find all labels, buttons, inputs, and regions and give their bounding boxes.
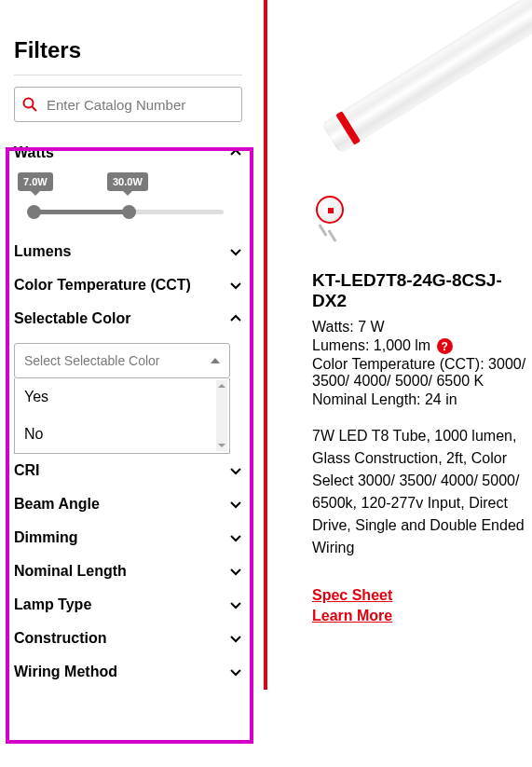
triangle-up-icon: [211, 358, 220, 363]
product-sku: KT-LED7T8-24G-8CSJ-DX2: [312, 270, 532, 311]
filter-header-dimming[interactable]: Dimming: [14, 521, 242, 555]
slider-handle-max[interactable]: [122, 205, 136, 219]
filter-header-selectable-color[interactable]: Selectable Color: [14, 302, 242, 336]
filter-label: Lumens: [14, 243, 71, 260]
selectable-color-dropdown: Yes No: [14, 378, 230, 454]
chevron-up-icon: [229, 146, 242, 159]
filter-label: Watts: [14, 144, 54, 161]
chevron-down-icon: [229, 531, 242, 544]
chevron-up-icon: [229, 312, 242, 325]
search-icon: [22, 97, 37, 112]
help-icon[interactable]: ?: [437, 338, 453, 354]
spec-sheet-link[interactable]: Spec Sheet: [312, 587, 532, 604]
filter-label: Beam Angle: [14, 496, 100, 513]
catalog-search-input[interactable]: [47, 97, 234, 113]
slider-max-tooltip: 30.0W: [107, 172, 148, 191]
filter-label: Lamp Type: [14, 596, 91, 613]
filter-header-construction[interactable]: Construction: [14, 622, 242, 655]
filters-title: Filters: [14, 37, 261, 63]
chevron-down-icon: [229, 598, 242, 611]
catalog-search[interactable]: [14, 87, 242, 122]
spec-watts: Watts: 7 W: [312, 319, 532, 336]
divider: [14, 75, 242, 75]
filter-label: Color Temperature (CCT): [14, 277, 191, 294]
spec-length: Nominal Length: 24 in: [312, 391, 532, 408]
filter-header-watts[interactable]: Watts: [14, 136, 242, 170]
dropdown-option-no[interactable]: No: [15, 416, 229, 453]
filter-header-cct[interactable]: Color Temperature (CCT): [14, 268, 242, 302]
spec-lumens: Lumens: 1,000 lm ?: [312, 337, 532, 354]
chevron-down-icon: [229, 245, 242, 258]
chevron-down-icon: [229, 565, 242, 578]
filter-header-nominal-length[interactable]: Nominal Length: [14, 555, 242, 588]
svg-point-0: [24, 99, 34, 108]
filter-label: Dimming: [14, 529, 77, 546]
watts-slider[interactable]: 7.0W 30.0W: [14, 170, 242, 235]
filter-header-wiring-method[interactable]: Wiring Method: [14, 655, 242, 689]
product-panel: KT-LED7T8-24G-8CSJ-DX2 Watts: 7 W Lumens…: [261, 0, 532, 767]
chevron-down-icon: [229, 279, 242, 292]
tube-cap: [316, 196, 344, 224]
svg-line-1: [33, 107, 37, 112]
learn-more-link[interactable]: Learn More: [312, 608, 532, 624]
chevron-down-icon: [229, 632, 242, 645]
filter-header-lamp-type[interactable]: Lamp Type: [14, 588, 242, 622]
filter-label: Wiring Method: [14, 664, 117, 680]
filter-label: CRI: [14, 462, 40, 479]
selectable-color-select[interactable]: Select Selectable Color: [14, 343, 230, 378]
filters-panel: Filters Watts 7.0W 30.0W: [0, 0, 261, 767]
product-description: 7W LED T8 Tube, 1000 lumen, Glass Constr…: [312, 425, 532, 559]
filter-label: Nominal Length: [14, 563, 127, 580]
slider-fill: [28, 210, 129, 214]
dropdown-option-yes[interactable]: Yes: [15, 378, 229, 416]
product-image: [312, 37, 517, 242]
chevron-down-icon: [229, 498, 242, 511]
spec-cct: Color Temperature (CCT): 3000/ 3500/ 400…: [312, 356, 532, 390]
dropdown-scrollbar[interactable]: [216, 380, 227, 451]
product-links: Spec Sheet Learn More: [312, 587, 532, 624]
filter-header-beam-angle[interactable]: Beam Angle: [14, 487, 242, 521]
chevron-down-icon: [229, 464, 242, 477]
filter-label: Construction: [14, 630, 107, 647]
slider-min-tooltip: 7.0W: [18, 172, 53, 191]
filter-header-cri[interactable]: CRI: [14, 454, 242, 487]
slider-handle-min[interactable]: [27, 205, 41, 219]
select-placeholder: Select Selectable Color: [24, 353, 160, 368]
filter-header-lumens[interactable]: Lumens: [14, 235, 242, 268]
filter-label: Selectable Color: [14, 310, 130, 327]
chevron-down-icon: [229, 665, 242, 678]
